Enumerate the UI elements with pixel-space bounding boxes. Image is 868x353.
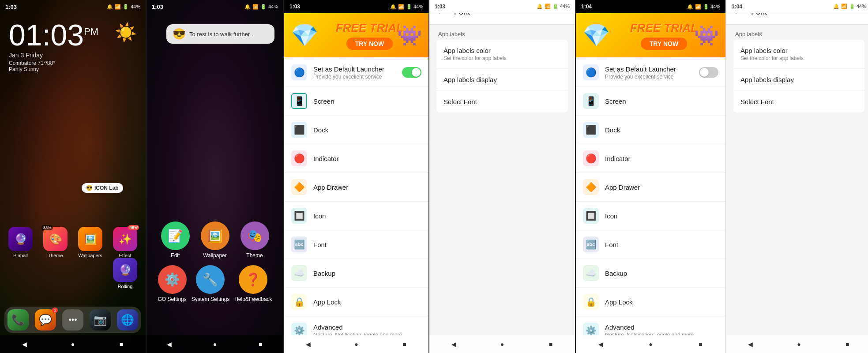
dock-dots[interactable]: •••	[62, 309, 83, 330]
settings-indicator[interactable]: 🔴 Indicator	[284, 144, 428, 173]
battery-pct: 44%	[131, 4, 140, 9]
settings-default-launcher-p5a[interactable]: 🔵 Set as Default Launcher Provide you ex…	[576, 57, 725, 87]
app-effect[interactable]: ✨ NEW Effect	[109, 227, 141, 258]
app-lock-icon-p5a: 🔒	[583, 294, 599, 310]
labels-color-label-p5b: App labels color	[740, 47, 857, 54]
app-rolling[interactable]: 🔮 Rolling	[109, 258, 141, 289]
default-launcher-toggle-p5a[interactable]	[699, 67, 718, 78]
screen-icon: 📱	[291, 93, 307, 109]
default-launcher-sublabel: Provide you excellent service	[313, 74, 396, 80]
home-button-p5b[interactable]: ●	[792, 338, 805, 351]
home-button-p3[interactable]: ●	[350, 338, 363, 351]
browser-icon: 🌐	[121, 314, 134, 326]
status-time-p4: 1:03	[435, 4, 445, 10]
p2-syssettings[interactable]: 🔧 System Settings	[192, 265, 230, 302]
labels-color-text: App labels color Set the color for app l…	[443, 47, 561, 61]
battery-icon-p2: 🔋	[260, 4, 267, 10]
settings-icon[interactable]: 🔲 Icon	[284, 202, 428, 230]
nav-bar-p5a: ◀ ● ■	[576, 335, 725, 353]
font-options-card-p5b: App labels color Set the color for app l…	[733, 40, 864, 113]
status-bar-p5b: 1:04 🔔 📶 🔋 44%	[726, 0, 868, 13]
settings-dock-p5a[interactable]: ⬛ Dock	[576, 116, 725, 144]
settings-icon-p5a[interactable]: 🔲 Icon	[576, 202, 725, 230]
settings-screen-p5a[interactable]: 📱 Screen	[576, 87, 725, 116]
p2-theme[interactable]: 🎭 Theme	[240, 222, 269, 259]
indicator-icon: 🔴	[291, 150, 307, 166]
recents-button-p5a[interactable]: ■	[694, 338, 707, 351]
settings-backup-p5a[interactable]: ☁️ Backup	[576, 259, 725, 288]
p2-wallpaper[interactable]: 🖼️ Wallpaper	[201, 222, 229, 259]
p2-help[interactable]: ❓ Help&Feedback	[234, 265, 272, 302]
back-button-p5a[interactable]: ◀	[594, 338, 607, 351]
font-option-labels-display[interactable]: App labels display	[436, 69, 568, 91]
dock-browser[interactable]: 🌐	[117, 309, 138, 330]
settings-font-p5a[interactable]: 🔤 Font	[576, 230, 725, 259]
back-button-p1[interactable]: ◀	[18, 338, 31, 351]
settings-app-lock[interactable]: 🔒 App Lock	[284, 288, 428, 316]
recents-button-p2[interactable]: ■	[254, 338, 267, 351]
iconlab-bubble[interactable]: 😎 ICON Lab	[82, 183, 123, 193]
recents-button-p5b[interactable]: ■	[841, 338, 854, 351]
recents-button-p4[interactable]: ■	[544, 338, 557, 351]
promo-banner-p5a[interactable]: 💎 FREE TRIAL TRY NOW 👾	[576, 13, 725, 57]
home-button-p1[interactable]: ●	[66, 338, 79, 351]
panel-settings-duplicate: 1:04 🔔 📶 🔋 44% 💎 FREE TRIAL TRY NOW 👾	[576, 0, 868, 353]
settings-app-lock-p5a[interactable]: 🔒 App Lock	[576, 288, 725, 316]
font-option-labels-color[interactable]: App labels color Set the color for app l…	[436, 40, 568, 69]
recents-button-p1[interactable]: ■	[115, 338, 128, 351]
dock-camera[interactable]: 📷	[90, 309, 111, 330]
wifi-p4: 📶	[545, 4, 551, 9]
settings-default-launcher[interactable]: 🔵 Set as Default Launcher Provide you ex…	[284, 57, 428, 87]
nav-bar-p5b: ◀ ● ■	[726, 335, 868, 353]
app-drawer-label: App Drawer	[313, 184, 421, 191]
font-option-labels-color-p5b[interactable]: App labels color Set the color for app l…	[733, 40, 864, 69]
settings-indicator-p5a[interactable]: 🔴 Indicator	[576, 144, 725, 173]
font-option-select-font-p5b[interactable]: Select Font	[733, 91, 864, 113]
p2-icons-grid: 📝 Edit 🖼️ Wallpaper 🎭 Theme ⚙️	[155, 222, 274, 309]
default-launcher-toggle[interactable]	[402, 67, 421, 78]
gosettings-icon: ⚙️	[165, 272, 180, 287]
app-theme[interactable]: 🎨 83% Theme	[39, 227, 71, 258]
settings-list-p5a: 🔵 Set as Default Launcher Provide you ex…	[576, 57, 725, 345]
recents-button-p3[interactable]: ■	[398, 338, 411, 351]
promo-title-p5a: FREE TRIAL	[630, 21, 698, 35]
panel-5-inner: 1:04 🔔 📶 🔋 44% 💎 FREE TRIAL TRY NOW 👾	[576, 0, 868, 353]
promo-btn-p3[interactable]: TRY NOW	[346, 38, 393, 50]
back-button-p4[interactable]: ◀	[447, 338, 460, 351]
back-button-p5b[interactable]: ◀	[744, 338, 757, 351]
monster-icon-p5a: 👾	[694, 24, 719, 47]
dock-messages[interactable]: 💬 1	[35, 309, 56, 330]
settings-dock[interactable]: ⬛ Dock	[284, 116, 428, 144]
settings-app-drawer[interactable]: 🔶 App Drawer	[284, 173, 428, 202]
app-lock-icon: 🔒	[291, 294, 307, 310]
alarm-icon-p2: 🔔	[244, 4, 251, 10]
font-section-label-wrap: App labels	[429, 25, 575, 40]
help-label: Help&Feedback	[234, 296, 272, 302]
promo-banner-p3[interactable]: 💎 FREE TRIAL TRY NOW 👾	[284, 13, 428, 57]
theme-icon-p2: 🎭	[247, 229, 263, 243]
settings-font[interactable]: 🔤 Font	[284, 230, 428, 259]
battery-pct-p2: 44%	[268, 4, 278, 9]
home-button-p4[interactable]: ●	[496, 338, 509, 351]
promo-btn-p5a[interactable]: TRY NOW	[641, 38, 687, 50]
home-button-p5a[interactable]: ●	[644, 338, 657, 351]
iconlab-label: ICON Lab	[94, 185, 119, 191]
p2-gosettings[interactable]: ⚙️ GO Settings	[158, 265, 186, 302]
panel-5b-font: 1:04 🔔 📶 🔋 44% ← Font App labels	[726, 0, 868, 353]
labels-color-text-p5b: App labels color Set the color for app l…	[740, 47, 857, 61]
settings-app-drawer-p5a[interactable]: 🔶 App Drawer	[576, 173, 725, 202]
status-time-p3: 1:03	[289, 4, 300, 10]
labels-display-label-p5b: App labels display	[740, 76, 857, 83]
settings-backup[interactable]: ☁️ Backup	[284, 259, 428, 288]
font-option-select-font[interactable]: Select Font	[436, 91, 568, 113]
settings-screen[interactable]: 📱 Screen	[284, 87, 428, 116]
dock-phone[interactable]: 📞	[8, 309, 29, 330]
home-button-p2[interactable]: ●	[208, 338, 222, 351]
back-button-p3[interactable]: ◀	[302, 338, 315, 351]
app-pinball[interactable]: 🔮 Pinball	[4, 227, 37, 258]
p2-edit[interactable]: 📝 Edit	[161, 222, 190, 259]
default-launcher-icon-p5a: 🔵	[583, 64, 599, 80]
app-wallpapers[interactable]: 🖼️ Wallpapers	[74, 227, 106, 258]
font-option-labels-display-p5b[interactable]: App labels display	[733, 69, 864, 91]
back-button-p2[interactable]: ◀	[163, 338, 176, 351]
